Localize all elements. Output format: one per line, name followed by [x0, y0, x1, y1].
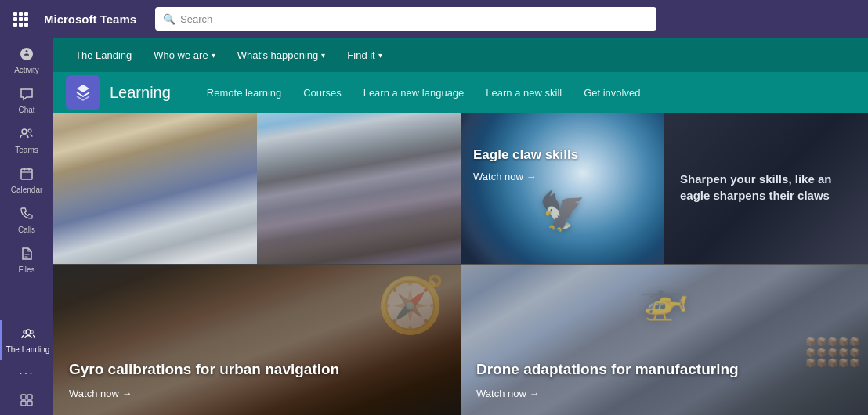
nav-bar: The Landing Who we are ▾ What's happenin…: [53, 38, 868, 72]
search-placeholder: Search: [180, 13, 212, 25]
grid-dots-icon: [13, 12, 28, 27]
nav-item-whats-happening-label: What's happening: [237, 49, 319, 61]
sidebar-item-files[interactable]: Files: [0, 240, 53, 280]
svg-point-5: [31, 331, 33, 334]
nav-item-the-landing-label: The Landing: [75, 49, 132, 61]
svg-rect-9: [27, 401, 32, 406]
sidebar-item-calls[interactable]: Calls: [0, 200, 53, 240]
more-icon: ···: [19, 366, 34, 381]
sidebar-item-chat-label: Chat: [18, 106, 34, 114]
learning-app-title: Learning: [110, 84, 171, 102]
panels-grid: 🦅 Sharpen your skills, like an eagle sha…: [53, 113, 868, 415]
nav-item-who-we-are-label: Who we are: [154, 49, 208, 61]
calls-icon: [20, 207, 34, 223]
svg-point-3: [26, 330, 31, 334]
sidebar-item-the-landing[interactable]: The Landing: [0, 320, 53, 360]
the-landing-icon: [21, 327, 35, 343]
sidebar-item-calls-label: Calls: [18, 226, 35, 234]
search-bar[interactable]: 🔍 Search: [155, 7, 656, 31]
learning-nav-remote-learning[interactable]: Remote learning: [196, 82, 292, 103]
gyro-watch-now[interactable]: Watch now →: [69, 388, 445, 399]
svg-rect-6: [21, 395, 26, 399]
main-layout: Activity Chat Teams: [0, 38, 868, 415]
nav-item-who-we-are[interactable]: Who we are ▾: [144, 45, 224, 66]
panel-tagline-area: Sharpen your skills, like an eagle sharp…: [664, 113, 868, 264]
calendar-icon: [20, 167, 34, 183]
learning-bar: Learning Remote learning Courses Learn a…: [53, 72, 868, 113]
learning-nav-get-involved[interactable]: Get involved: [573, 82, 651, 103]
activity-icon: [20, 47, 34, 63]
apps-icon: [20, 393, 34, 409]
grid-menu-button[interactable]: [9, 12, 31, 27]
svg-rect-2: [21, 169, 32, 179]
learning-nav: Remote learning Courses Learn a new lang…: [196, 82, 652, 103]
teams-icon: [20, 127, 34, 143]
nav-item-find-it[interactable]: Find it ▾: [338, 45, 391, 66]
sidebar-item-files-label: Files: [18, 265, 34, 274]
sidebar-item-teams[interactable]: Teams: [0, 121, 53, 161]
eagle-panel-tagline: Sharpen your skills, like an eagle sharp…: [680, 171, 852, 204]
search-icon: 🔍: [163, 13, 175, 25]
svg-rect-8: [21, 401, 26, 406]
sidebar-item-calendar-label: Calendar: [11, 186, 43, 194]
drone-panel-title: Drone adaptations for manufacturing: [476, 360, 852, 380]
who-we-are-chevron-icon: ▾: [212, 51, 215, 60]
learning-nav-learn-new-language[interactable]: Learn a new language: [353, 82, 476, 103]
chat-icon: [20, 87, 34, 103]
svg-rect-7: [27, 395, 32, 399]
panel-top-left[interactable]: [53, 113, 461, 264]
nav-item-whats-happening[interactable]: What's happening ▾: [228, 45, 335, 66]
sidebar-item-calendar[interactable]: Calendar: [0, 161, 53, 200]
eagle-title: Eagle claw skills: [473, 146, 664, 164]
top-bar: Microsoft Teams 🔍 Search: [0, 0, 868, 38]
content-area: The Landing Who we are ▾ What's happenin…: [53, 38, 868, 415]
sidebar-item-the-landing-label: The Landing: [6, 345, 50, 354]
sidebar-item-activity[interactable]: Activity: [0, 41, 53, 81]
gyro-panel-title: Gyro calibrations for urban navigation: [69, 360, 445, 380]
panel-city-image: [257, 113, 461, 264]
eagle-watch-now[interactable]: Watch now →: [473, 171, 664, 182]
learning-nav-courses[interactable]: Courses: [292, 82, 352, 103]
sidebar-item-teams-label: Teams: [15, 146, 38, 154]
sidebar-apps-button[interactable]: [0, 387, 53, 415]
whats-happening-chevron-icon: ▾: [321, 51, 325, 60]
svg-point-4: [23, 331, 25, 334]
sidebar-item-activity-label: Activity: [14, 66, 39, 74]
eagle-overlay: Eagle claw skills Watch now →: [461, 146, 664, 188]
sidebar-item-chat[interactable]: Chat: [0, 81, 53, 121]
find-it-chevron-icon: ▾: [378, 51, 382, 60]
nav-item-the-landing[interactable]: The Landing: [66, 45, 141, 66]
svg-point-0: [22, 129, 27, 134]
app-title: Microsoft Teams: [44, 13, 136, 26]
panel-bottom-right[interactable]: 🚁 📦📦📦📦📦📦📦📦📦📦📦📦📦📦📦 Drone adaptations for …: [461, 264, 868, 415]
nav-item-find-it-label: Find it: [347, 49, 374, 61]
panel-eagle-image: 🦅: [461, 113, 664, 264]
files-icon: [20, 247, 34, 263]
drone-watch-now[interactable]: Watch now →: [476, 388, 852, 399]
learning-app-logo: [66, 75, 100, 110]
learning-nav-learn-new-skill[interactable]: Learn a new skill: [475, 82, 573, 103]
sidebar: Activity Chat Teams: [0, 38, 53, 415]
sidebar-more-button[interactable]: ···: [0, 360, 53, 387]
svg-point-1: [28, 129, 31, 132]
panel-top-right[interactable]: 🦅 Sharpen your skills, like an eagle sha…: [461, 113, 868, 264]
panel-bottom-left[interactable]: 🧭 Gyro calibrations for urban navigation…: [53, 264, 461, 415]
panel-person-image: [53, 113, 257, 264]
